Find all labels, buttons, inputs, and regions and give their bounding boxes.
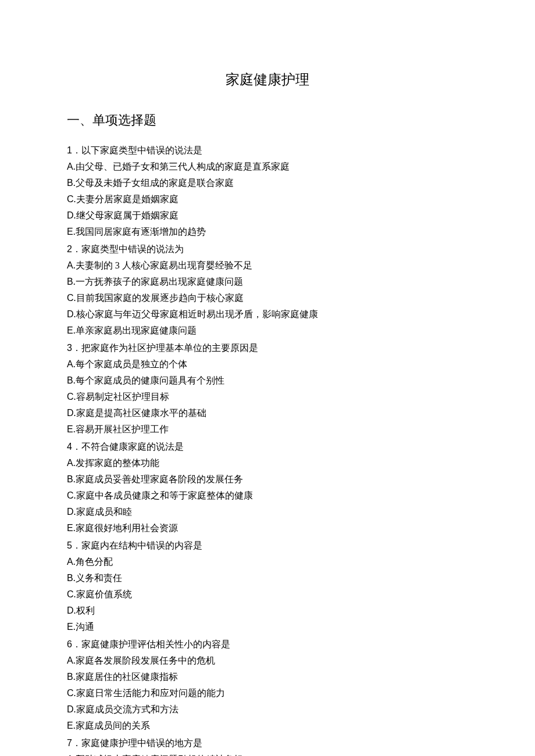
option-label: C [67, 392, 74, 402]
question-stem: ．不符合健康家庭的说法是 [72, 442, 184, 452]
option-label: E [67, 227, 73, 237]
question-text: 6．家庭健康护理评估相关性小的内容是 [67, 636, 468, 653]
option-text: .单亲家庭易出现家庭健康问题 [73, 325, 197, 335]
question-number: 4 [67, 442, 72, 452]
option: E.我国同居家庭有逐渐增加的趋势 [67, 224, 468, 240]
option: C.夫妻分居家庭是婚姻家庭 [67, 191, 468, 207]
option-text: .继父母家庭属于婚姻家庭 [74, 210, 179, 220]
option-label: A [67, 359, 73, 369]
option: E.家庭成员间的关系 [67, 718, 468, 734]
question-text: 5．家庭内在结构中错误的内容是 [67, 538, 468, 554]
option: A.家庭各发展阶段发展任务中的危机 [67, 653, 468, 669]
question-text: 3．把家庭作为社区护理基本单位的主要原因是 [67, 340, 468, 356]
option-text: .家庭成员和睦 [74, 507, 132, 517]
option-label: B [67, 277, 73, 286]
option-label: D [67, 309, 74, 319]
option-text: .每个家庭成员的健康问题具有个别性 [73, 375, 224, 385]
option-text: .目前我国家庭的发展逐步趋向于核心家庭 [74, 293, 244, 303]
option-label: A [67, 754, 73, 756]
option-text: .角色分配 [73, 557, 113, 567]
option: D.权利 [67, 603, 468, 619]
question-number: 3 [67, 343, 72, 353]
option-text: .家庭居住的社区健康指标 [73, 672, 178, 682]
option-label: B [67, 474, 73, 484]
option-text: .容易制定社区护理目标 [74, 392, 169, 402]
option-text: .夫妻分居家庭是婚姻家庭 [74, 194, 179, 204]
option: E.家庭很好地利用社会资源 [67, 520, 468, 536]
question-block: 2．家庭类型中错误的说法为A.夫妻制的 3 人核心家庭易出现育婴经验不足B.一方… [67, 241, 468, 339]
option-text: .家庭是提高社区健康水平的基础 [74, 408, 206, 418]
option: D.继父母家庭属于婚姻家庭 [67, 207, 468, 224]
question-block: 3．把家庭作为社区护理基本单位的主要原因是A.每个家庭成员是独立的个体B.每个家… [67, 340, 468, 438]
question-stem: ．把家庭作为社区护理基本单位的主要原因是 [72, 343, 258, 353]
option-label: B [67, 375, 73, 385]
option-label: E [67, 325, 73, 335]
option: D.家庭成员和睦 [67, 504, 468, 520]
question-block: 7．家庭健康护理中错误的地方是A.帮助减轻由家庭健康问题引起的精神负担 [67, 735, 468, 756]
questions-container: 1．以下家庭类型中错误的说法是A.由父母、已婚子女和第三代人构成的家庭是直系家庭… [67, 142, 468, 756]
option: B.家庭居住的社区健康指标 [67, 669, 468, 685]
question-text: 7．家庭健康护理中错误的地方是 [67, 735, 468, 751]
option: A.每个家庭成员是独立的个体 [67, 356, 468, 372]
option-label: A [67, 260, 73, 270]
option: C.容易制定社区护理目标 [67, 389, 468, 405]
option-text: .每个家庭成员是独立的个体 [73, 359, 187, 369]
option: C.家庭价值系统 [67, 586, 468, 603]
question-stem: ．家庭内在结构中错误的内容是 [72, 540, 202, 550]
option-label: C [67, 194, 74, 204]
option-label: E [67, 424, 73, 434]
option: A.发挥家庭的整体功能 [67, 455, 468, 471]
option-text: .家庭中各成员健康之和等于家庭整体的健康 [74, 490, 253, 500]
option-text: .义务和责任 [73, 573, 122, 583]
option-label: D [67, 210, 74, 220]
option-text: .我国同居家庭有逐渐增加的趋势 [73, 227, 206, 237]
question-text: 1．以下家庭类型中错误的说法是 [67, 142, 468, 159]
option: E.容易开展社区护理工作 [67, 421, 468, 438]
option-text: .家庭成员间的关系 [73, 721, 150, 730]
option-text: .由父母、已婚子女和第三代人构成的家庭是直系家庭 [73, 162, 290, 171]
question-stem: ．家庭健康护理评估相关性小的内容是 [72, 639, 230, 649]
option-text: .沟通 [73, 622, 94, 632]
option: B.每个家庭成员的健康问题具有个别性 [67, 372, 468, 389]
question-block: 1．以下家庭类型中错误的说法是A.由父母、已婚子女和第三代人构成的家庭是直系家庭… [67, 142, 468, 240]
option-label: E [67, 622, 73, 632]
document-title: 家庭健康护理 [67, 67, 468, 92]
question-number: 6 [67, 639, 72, 649]
option-text: .容易开展社区护理工作 [73, 424, 169, 434]
question-block: 6．家庭健康护理评估相关性小的内容是A.家庭各发展阶段发展任务中的危机B.家庭居… [67, 636, 468, 734]
option-label: C [67, 589, 74, 599]
option-label: B [67, 573, 73, 583]
option-label: D [67, 507, 74, 517]
option-text: .权利 [74, 605, 95, 615]
option-text: .家庭各发展阶段发展任务中的危机 [73, 655, 215, 665]
question-text: 2．家庭类型中错误的说法为 [67, 241, 468, 257]
option-text: .父母及未婚子女组成的家庭是联合家庭 [73, 178, 234, 188]
question-number: 7 [67, 738, 72, 748]
option-text: .夫妻制的 3 人核心家庭易出现育婴经验不足 [73, 260, 252, 270]
question-text: 4．不符合健康家庭的说法是 [67, 439, 468, 455]
option-label: E [67, 523, 73, 533]
option-label: B [67, 178, 73, 188]
option-label: B [67, 672, 73, 682]
section-heading: 一、单项选择题 [67, 109, 468, 132]
option-text: .家庭很好地利用社会资源 [73, 523, 178, 533]
question-number: 5 [67, 540, 72, 550]
option-text: .家庭成员妥善处理家庭各阶段的发展任务 [73, 474, 243, 484]
option: B.一方抚养孩子的家庭易出现家庭健康问题 [67, 274, 468, 290]
option-label: D [67, 605, 74, 615]
option: E.单亲家庭易出现家庭健康问题 [67, 323, 468, 339]
option-label: E [67, 721, 73, 730]
option-label: C [67, 293, 74, 303]
option-text: .家庭日常生活能力和应对问题的能力 [74, 688, 225, 698]
question-number: 2 [67, 244, 72, 254]
option: B.义务和责任 [67, 570, 468, 586]
question-block: 5．家庭内在结构中错误的内容是A.角色分配B.义务和责任C.家庭价值系统D.权利… [67, 538, 468, 635]
option: A.夫妻制的 3 人核心家庭易出现育婴经验不足 [67, 257, 468, 274]
option: A.由父母、已婚子女和第三代人构成的家庭是直系家庭 [67, 159, 468, 175]
question-number: 1 [67, 145, 72, 155]
option: C.目前我国家庭的发展逐步趋向于核心家庭 [67, 290, 468, 306]
option-text: .发挥家庭的整体功能 [73, 458, 159, 468]
option-label: A [67, 557, 73, 567]
option-text: .核心家庭与年迈父母家庭相近时易出现矛盾，影响家庭健康 [74, 309, 318, 319]
option: C.家庭日常生活能力和应对问题的能力 [67, 685, 468, 701]
